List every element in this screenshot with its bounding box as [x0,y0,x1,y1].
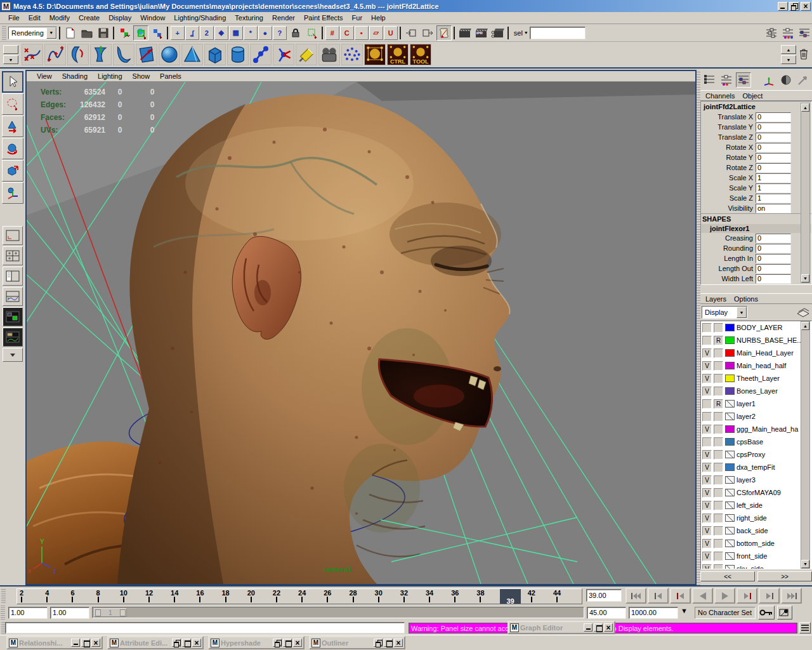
play-backwards-button[interactable] [692,588,713,604]
select-hierarchy-mode-icon[interactable] [117,25,132,41]
move-tool-button[interactable] [2,116,23,137]
layer-row[interactable]: R NURBS_BASE_HE... [701,334,811,347]
channel-attr-label[interactable]: Rotate X [701,143,756,151]
maximize-icon[interactable] [283,639,292,647]
layer-color-swatch[interactable] [725,552,735,560]
channel-attr-label[interactable]: Translate Y [701,123,756,131]
shelf-scroll-up-icon[interactable]: ▲ [781,45,796,54]
step-forward-key-button[interactable] [737,588,757,604]
layer-visibility-toggle[interactable] [702,437,712,447]
channel-attr-field[interactable] [756,123,791,132]
maximize-icon[interactable] [182,639,191,647]
channel-attr-field[interactable] [756,234,791,243]
character-set-selector[interactable]: No Character Set [695,607,756,619]
layer-row[interactable]: V layer3 [701,474,811,486]
restore-icon[interactable] [172,639,181,647]
select-object-mode-icon[interactable] [133,25,148,41]
show-tool-settings-icon[interactable] [780,25,796,41]
shelf-birail-icon[interactable] [136,44,157,65]
layer-display-type-toggle[interactable] [714,387,723,396]
layer-display-type-toggle[interactable] [714,539,723,548]
layers-prev-button[interactable]: << [700,571,755,581]
manipulator-axes-icon[interactable] [761,72,776,88]
layer-visibility-toggle[interactable]: V [702,501,712,510]
channel-attr-field[interactable] [756,244,791,253]
go-to-start-button[interactable] [625,588,646,604]
shelf-nurbs-cylinder-icon[interactable] [227,44,249,65]
shelf-extrude-icon[interactable] [113,44,134,65]
layers-menu-item[interactable]: Layers [703,295,731,303]
separator[interactable] [453,26,456,40]
layer-display-type-toggle[interactable] [714,348,723,358]
layer-name[interactable]: front_side [737,552,767,560]
shelf-nurbs-cube-icon[interactable] [204,44,226,65]
channel-box-menu-item[interactable]: Channels [703,91,740,100]
channel-attr-field[interactable] [756,112,791,122]
snap-icon[interactable]: ▱ [369,26,383,40]
panel-menu-item[interactable]: Shading [57,72,93,81]
layer-color-swatch[interactable] [725,565,735,569]
layer-display-type-toggle[interactable] [714,374,723,383]
shelf-spotlight-icon[interactable] [296,44,317,65]
layer-display-type-toggle[interactable] [714,514,723,523]
layer-color-swatch[interactable] [725,451,735,458]
channel-attr-field[interactable] [756,163,791,173]
close-icon[interactable] [192,639,201,647]
layer-visibility-toggle[interactable]: V [702,450,712,460]
play-forwards-button[interactable] [714,588,735,604]
layer-name[interactable]: layer3 [737,476,756,484]
playback-end-input[interactable] [587,607,625,618]
layer-name[interactable]: layer1 [737,400,756,408]
speed-slow-icon[interactable] [778,72,794,88]
step-back-frame-button[interactable] [648,588,669,604]
layer-mode-selector[interactable]: Display ▼ [702,306,747,319]
menu-item[interactable]: Texturing [230,13,268,23]
shelf-cv-curve-tool-icon[interactable] [22,44,43,65]
input-connections-icon[interactable] [403,25,419,41]
layout-hypershade-persp-button[interactable] [3,307,23,326]
rotate-tool-button[interactable] [2,138,23,159]
highlight-selection-icon[interactable] [304,25,320,41]
layout-persp-graph-button[interactable] [3,287,23,306]
channel-box-scrollbar[interactable]: ▲ ▼ [801,103,810,283]
channel-attr-label[interactable]: Scale Y [701,184,756,192]
layer-color-swatch[interactable] [725,527,735,534]
separator[interactable] [321,26,324,40]
layer-display-type-toggle[interactable] [714,361,723,371]
shelf-ep-curve-tool-icon[interactable] [44,44,66,65]
restore-icon[interactable] [71,639,80,647]
selection-mask-icon[interactable]: ʆ [185,26,199,40]
layer-row[interactable]: V Main_head_half [701,359,811,372]
menu-item[interactable]: Display [104,13,136,23]
shelf-lattice-tool-icon[interactable]: TOOL [410,44,431,65]
restore-icon[interactable] [374,639,383,647]
separator[interactable] [507,26,510,40]
shelf-tab-dropdown-icon[interactable]: ▼ [3,55,18,64]
menu-item[interactable]: Paint Effects [299,13,348,23]
menu-item[interactable]: Fur [348,13,367,23]
layer-row[interactable]: V bottom_side [701,537,811,550]
minimized-window[interactable]: M Relationshi... [6,636,103,649]
hyperbolic-arrow-icon[interactable] [796,72,811,88]
channel-attr-label[interactable]: Width Left [701,275,756,282]
range-start-grip[interactable] [95,609,101,616]
shelf-loft-icon[interactable] [90,44,112,65]
layer-color-swatch[interactable] [725,489,735,496]
snap-icon[interactable]: • [355,26,369,40]
script-editor-icon[interactable] [799,622,811,633]
channel-attr-label[interactable]: Rotate Y [701,154,756,161]
current-time-input[interactable] [587,590,621,601]
chevron-down-icon[interactable]: ▼ [681,607,692,618]
layer-display-type-toggle[interactable] [714,501,723,510]
layer-row[interactable]: V cpsProxy [701,448,811,461]
layer-color-swatch[interactable] [725,476,735,484]
restore-icon[interactable] [273,639,282,647]
layer-visibility-toggle[interactable]: V [702,348,712,358]
menu-item[interactable]: Window [136,13,169,23]
shelf-scroll-down-icon[interactable]: ▼ [781,55,796,64]
scroll-down-icon[interactable]: ▼ [801,274,809,282]
channel-attr-label[interactable]: Scale X [701,174,756,182]
channel-boxes-view-icon[interactable] [719,72,734,88]
layer-name[interactable]: bottom_side [737,540,775,547]
snap-icon[interactable]: # [325,26,339,40]
